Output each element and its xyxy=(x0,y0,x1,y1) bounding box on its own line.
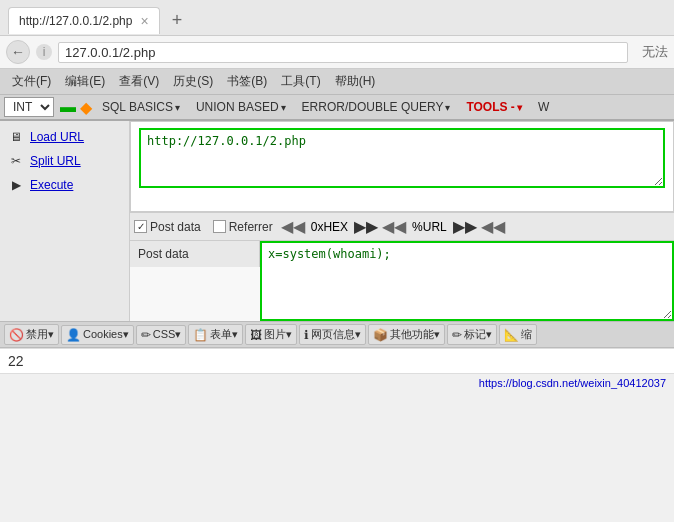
menu-file[interactable]: 文件(F) xyxy=(6,71,57,92)
url-textarea[interactable]: http://127.0.0.1/2.php xyxy=(139,128,665,188)
load-url-icon: 🖥 xyxy=(8,129,24,145)
address-bar-row: ← i 无法 xyxy=(0,36,674,69)
referrer-checkbox[interactable] xyxy=(213,220,226,233)
url-label: %URL xyxy=(412,220,447,234)
forms-icon: 📋 xyxy=(193,328,208,342)
menu-history[interactable]: 历史(S) xyxy=(167,71,219,92)
browser-chrome: http://127.0.0.1/2.php × + xyxy=(0,0,674,36)
zoom-label: 缩 xyxy=(521,327,532,342)
zoom-tool[interactable]: 📐 缩 xyxy=(499,324,537,345)
page-info-tool[interactable]: ℹ 网页信息▾ xyxy=(299,324,366,345)
arrow-right-2-icon: ▶▶ xyxy=(453,217,477,236)
execute-link[interactable]: Execute xyxy=(30,178,73,192)
cookies-tool[interactable]: 👤 Cookies▾ xyxy=(61,325,134,345)
content-area: 🖥 Load URL ✂ Split URL ▶ Execute http://… xyxy=(0,121,674,321)
options-row: ✓ Post data Referrer ◀◀ 0xHEX ▶▶ ◀◀ %URL… xyxy=(130,212,674,241)
mark-label: 标记▾ xyxy=(464,327,492,342)
sidebar: 🖥 Load URL ✂ Split URL ▶ Execute xyxy=(0,121,130,321)
post-data-row: Post data x=system(whoami); xyxy=(130,241,674,321)
arrow-left-2-icon: ◀◀ xyxy=(382,217,406,236)
execute-icon: ▶ xyxy=(8,177,24,193)
images-icon: 🖼 xyxy=(250,328,262,342)
bottom-toolbar: 🚫 禁用▾ 👤 Cookies▾ ✏ CSS▾ 📋 表单▾ 🖼 图片▾ ℹ 网页… xyxy=(0,321,674,348)
orange-diamond-icon: ◆ xyxy=(80,98,92,117)
back-button[interactable]: ← xyxy=(6,40,30,64)
post-data-label: Post data xyxy=(150,220,201,234)
menu-view[interactable]: 查看(V) xyxy=(113,71,165,92)
post-data-option: ✓ Post data xyxy=(130,220,205,234)
sidebar-item-execute[interactable]: ▶ Execute xyxy=(0,173,129,197)
browser-tab[interactable]: http://127.0.0.1/2.php × xyxy=(8,7,160,34)
images-tool[interactable]: 🖼 图片▾ xyxy=(245,324,297,345)
arrow-left-1-icon: ◀◀ xyxy=(281,217,305,236)
new-tab-button[interactable]: + xyxy=(164,6,191,35)
css-tool[interactable]: ✏ CSS▾ xyxy=(136,325,187,345)
tab-bar: http://127.0.0.1/2.php × + xyxy=(8,6,666,35)
tab-close-button[interactable]: × xyxy=(140,13,148,29)
referrer-label: Referrer xyxy=(229,220,273,234)
address-input[interactable] xyxy=(58,42,628,63)
other-tools-icon: 📦 xyxy=(373,328,388,342)
sidebar-item-split-url[interactable]: ✂ Split URL xyxy=(0,149,129,173)
zoom-icon: 📐 xyxy=(504,328,519,342)
load-url-link[interactable]: Load URL xyxy=(30,130,84,144)
other-tools-label: 其他功能▾ xyxy=(390,327,440,342)
split-url-link[interactable]: Split URL xyxy=(30,154,81,168)
menu-bookmarks[interactable]: 书签(B) xyxy=(221,71,273,92)
page-info-icon: ℹ xyxy=(304,328,309,342)
mark-icon: ✏ xyxy=(452,328,462,342)
hint-url: https://blog.csdn.net/weixin_40412037 xyxy=(479,377,666,389)
disable-label: 禁用▾ xyxy=(26,327,54,342)
menu-help[interactable]: 帮助(H) xyxy=(329,71,382,92)
disable-icon: 🚫 xyxy=(9,328,24,342)
menu-edit[interactable]: 编辑(E) xyxy=(59,71,111,92)
menu-tools[interactable]: 工具(T) xyxy=(275,71,326,92)
cookies-icon: 👤 xyxy=(66,328,81,342)
mark-tool[interactable]: ✏ 标记▾ xyxy=(447,324,497,345)
arrow-left-3-icon: ◀◀ xyxy=(481,217,505,236)
toolbar-nav: INT ▬ ◆ SQL BASICS UNION BASED ERROR/DOU… xyxy=(0,95,674,121)
info-icon: i xyxy=(36,44,52,60)
union-based-menu[interactable]: UNION BASED xyxy=(188,98,294,116)
arrow-right-1-icon: ▶▶ xyxy=(354,217,378,236)
forms-label: 表单▾ xyxy=(210,327,238,342)
images-label: 图片▾ xyxy=(264,327,292,342)
css-label: CSS▾ xyxy=(153,328,182,341)
tab-url-text: http://127.0.0.1/2.php xyxy=(19,14,132,28)
status-bar: 22 xyxy=(0,348,674,373)
w-menu[interactable]: W xyxy=(530,98,557,116)
split-url-icon: ✂ xyxy=(8,153,24,169)
referrer-option: Referrer xyxy=(209,220,277,234)
css-icon: ✏ xyxy=(141,328,151,342)
page-info-label: 网页信息▾ xyxy=(311,327,361,342)
sql-basics-menu[interactable]: SQL BASICS xyxy=(94,98,188,116)
disable-tool[interactable]: 🚫 禁用▾ xyxy=(4,324,59,345)
other-tools-tool[interactable]: 📦 其他功能▾ xyxy=(368,324,445,345)
green-dot-icon: ▬ xyxy=(60,98,76,116)
cannot-text: 无法 xyxy=(634,43,668,61)
url-panel: http://127.0.0.1/2.php xyxy=(130,121,674,212)
post-data-textarea[interactable]: x=system(whoami); xyxy=(260,241,674,321)
status-value: 22 xyxy=(8,353,24,369)
error-double-query-menu[interactable]: ERROR/DOUBLE QUERY xyxy=(294,98,459,116)
forms-tool[interactable]: 📋 表单▾ xyxy=(188,324,243,345)
bottom-hint: https://blog.csdn.net/weixin_40412037 xyxy=(0,373,674,392)
main-content: http://127.0.0.1/2.php ✓ Post data Refer… xyxy=(130,121,674,321)
sidebar-item-load-url[interactable]: 🖥 Load URL xyxy=(0,125,129,149)
tools-menu[interactable]: TOOLS - xyxy=(458,98,529,116)
hex-label: 0xHEX xyxy=(311,220,348,234)
cookies-label: Cookies▾ xyxy=(83,328,129,341)
post-data-checkbox[interactable]: ✓ xyxy=(134,220,147,233)
type-select[interactable]: INT xyxy=(4,97,54,117)
menu-bar: 文件(F) 编辑(E) 查看(V) 历史(S) 书签(B) 工具(T) 帮助(H… xyxy=(0,69,674,95)
post-data-section-label: Post data xyxy=(130,241,260,267)
